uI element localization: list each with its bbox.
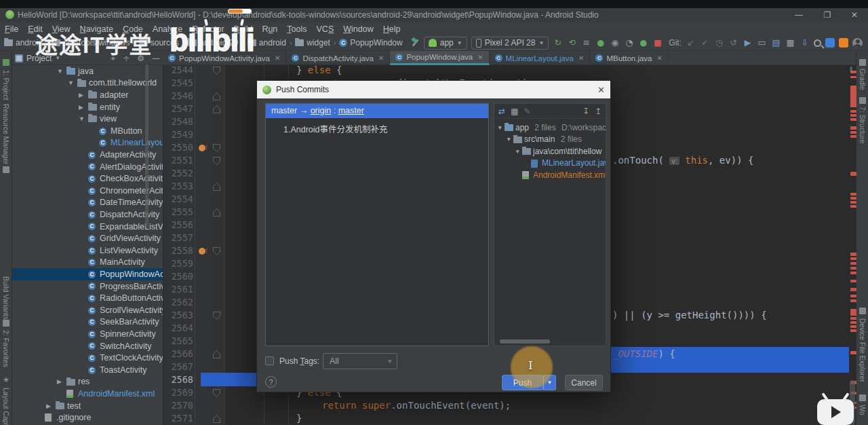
override-marker-icon[interactable] — [199, 144, 211, 152]
branch-row[interactable]: master → origin : master — [266, 104, 488, 118]
apply-changes-icon[interactable]: ↻ — [553, 37, 563, 48]
android-project-icon[interactable] — [3, 59, 9, 66]
error-stripe-mark[interactable] — [850, 257, 856, 260]
menu-tools[interactable]: Tools — [282, 24, 311, 34]
tab-close-icon[interactable]: ✕ — [657, 54, 663, 62]
tree-item-TextClockActivity[interactable]: CTextClockActivity — [12, 352, 163, 364]
tree-item-ToastActivity[interactable]: CToastActivity — [12, 364, 163, 376]
device-explorer-icon[interactable] — [859, 308, 866, 314]
tree-item-GridViewActivity[interactable]: CGridViewActivity — [12, 232, 163, 244]
tree-item-res[interactable]: ▶res — [12, 376, 163, 388]
fold-marker-icon[interactable] — [213, 67, 220, 75]
breadcrumb-widget[interactable]: widget — [295, 38, 330, 48]
changed-file-app[interactable]: ▼app 2 files D:\workspace\ — [494, 122, 606, 134]
tree-item-ExpandableListView[interactable]: CExpandableListView — [12, 221, 163, 233]
cancel-button[interactable]: Cancel — [565, 375, 603, 390]
tree-collapsed-icon[interactable]: ▶ — [79, 92, 85, 98]
error-stripe-mark[interactable] — [850, 135, 856, 138]
history-icon[interactable]: ◷ — [714, 37, 724, 48]
edit-icon[interactable]: ✎ — [524, 107, 530, 116]
tree-collapsed-icon[interactable]: ▶ — [57, 378, 64, 385]
error-stripe-mark[interactable] — [850, 110, 856, 113]
error-stripe-mark[interactable] — [850, 205, 856, 208]
error-stripe-mark[interactable] — [850, 299, 856, 302]
tree-item-MainActivity[interactable]: CMainActivity — [12, 257, 163, 269]
stripe-Wo[interactable]: Wo — [859, 405, 867, 415]
stripe-Build Variants[interactable]: Build Variants — [2, 276, 10, 320]
menu-file[interactable]: File — [0, 24, 23, 34]
error-stripe-mark[interactable] — [850, 201, 856, 204]
run-config-selector[interactable]: app▼ — [424, 37, 467, 50]
stripe-Resource Manager[interactable]: Resource Manager — [2, 104, 10, 164]
stripe-Layout Captures[interactable]: Layout Captures — [2, 388, 10, 425]
error-stripe-mark[interactable] — [850, 114, 856, 117]
changed-file-MLinearLayout.java[interactable]: MLinearLayout.java — [494, 158, 606, 170]
device-manager-icon[interactable]: ▤ — [771, 37, 781, 48]
gradle-icon[interactable] — [859, 59, 866, 66]
changed-file-java\com\ttit\hellow[interactable]: ▼java\com\ttit\hellow — [494, 145, 606, 158]
override-marker-icon[interactable] — [199, 247, 211, 255]
project-tree[interactable]: ▼java▼com.ttit.helloworld▶adapter▶entity… — [12, 65, 163, 425]
fold-marker-icon[interactable] — [213, 157, 220, 165]
grid-icon[interactable] — [859, 394, 866, 401]
tree-expanded-icon[interactable]: ▼ — [497, 124, 502, 131]
device-selector[interactable]: Pixel 2 API 28▼ — [471, 37, 549, 50]
avd-manager-icon[interactable]: ▭ — [757, 37, 767, 48]
tree-expanded-icon[interactable]: ▼ — [68, 79, 75, 86]
attach-debugger-icon[interactable]: ● — [638, 37, 648, 48]
tree-item-ProgressBarActivity[interactable]: CProgressBarActivity — [12, 280, 163, 293]
maximize-button[interactable]: ❐ — [814, 8, 841, 22]
error-stripe-mark[interactable] — [850, 126, 856, 130]
error-stripe-mark[interactable] — [850, 172, 856, 176]
fold-marker-icon[interactable] — [213, 312, 220, 320]
tree-item-CheckBoxAcitivity[interactable]: CCheckBoxAcitivity — [12, 172, 163, 185]
fold-marker-icon[interactable] — [213, 208, 220, 217]
search-everywhere-icon[interactable] — [814, 39, 821, 47]
annotations-icon[interactable]: ‖ — [850, 67, 855, 73]
tab-MButton.java[interactable]: CMButton.java✕ — [590, 51, 669, 65]
error-stripe-mark[interactable] — [850, 313, 856, 316]
sync-project-icon[interactable]: ▶ — [743, 37, 753, 48]
stripe-Gradle[interactable]: Gradle — [859, 69, 867, 90]
error-stripe-mark[interactable] — [850, 295, 856, 297]
tree-item-SwitchActivity[interactable]: CSwitchActivity — [12, 340, 163, 352]
menu-run[interactable]: Run — [257, 24, 282, 34]
error-stripe-mark[interactable] — [850, 272, 856, 274]
rollback-icon[interactable]: ↺ — [728, 37, 738, 48]
fold-marker-icon[interactable] — [213, 389, 220, 397]
error-stripe-mark[interactable] — [850, 325, 856, 328]
error-stripe-mark[interactable] — [850, 86, 856, 107]
close-button[interactable]: ✕ — [841, 8, 868, 22]
tab-DispatchActivity.java[interactable]: CDispatchActivity.java✕ — [286, 51, 390, 65]
tree-item-RadioButtonActivity[interactable]: CRadioButtonActivity — [12, 292, 163, 304]
push-tags-checkbox[interactable] — [265, 356, 274, 365]
error-stripe-mark[interactable] — [850, 253, 856, 256]
tree-expanded-icon[interactable]: ▼ — [515, 148, 520, 155]
error-stripe-mark[interactable] — [850, 267, 856, 270]
tree-item-ChronometerAcitvity[interactable]: CChronometerAcitvity — [12, 185, 163, 197]
tree-item-test[interactable]: ▶test — [12, 400, 163, 412]
layout-inspector-icon[interactable]: ▦ — [785, 37, 795, 48]
menu-window[interactable]: Window — [338, 24, 378, 34]
resource-manager-icon[interactable] — [3, 166, 9, 173]
stripe-7: Structure[interactable]: 7: Structure — [859, 107, 867, 143]
breadcrumb-PopupWindow[interactable]: CPopupWindow — [339, 38, 402, 48]
build-hammer-icon[interactable] — [410, 38, 420, 48]
tree-item-AlertDialogActivity[interactable]: CAlertDialogActivity — [12, 161, 163, 173]
tree-expanded-icon[interactable]: ▼ — [57, 68, 64, 75]
error-stripe-mark[interactable] — [850, 351, 856, 354]
error-stripe-mark[interactable] — [850, 76, 856, 78]
tree-item-view[interactable]: ▼view — [12, 113, 163, 125]
project-tree-scrollbar[interactable] — [145, 64, 149, 227]
expand-all-icon[interactable]: ↧ — [583, 107, 589, 116]
build-variants-icon[interactable] — [3, 320, 9, 327]
apply-code-changes-icon[interactable]: ⟲ — [567, 37, 577, 48]
tree-item-DispatchActivity[interactable]: CDispatchActivity — [12, 208, 163, 221]
changed-file-AndroidManifest.xml[interactable]: AndroidManifest.xml — [494, 169, 606, 181]
error-stripe-mark[interactable] — [850, 262, 856, 265]
tab-PopupWindow.java[interactable]: CPopupWindow.java✕ — [390, 51, 489, 65]
stripe-1: Project[interactable]: 1: Project — [2, 70, 10, 100]
run-configurations-icon[interactable]: ≡ — [581, 37, 591, 48]
tree-item-MButton[interactable]: CMButton — [12, 125, 163, 137]
profiler-icon[interactable]: ◔ — [624, 37, 634, 48]
